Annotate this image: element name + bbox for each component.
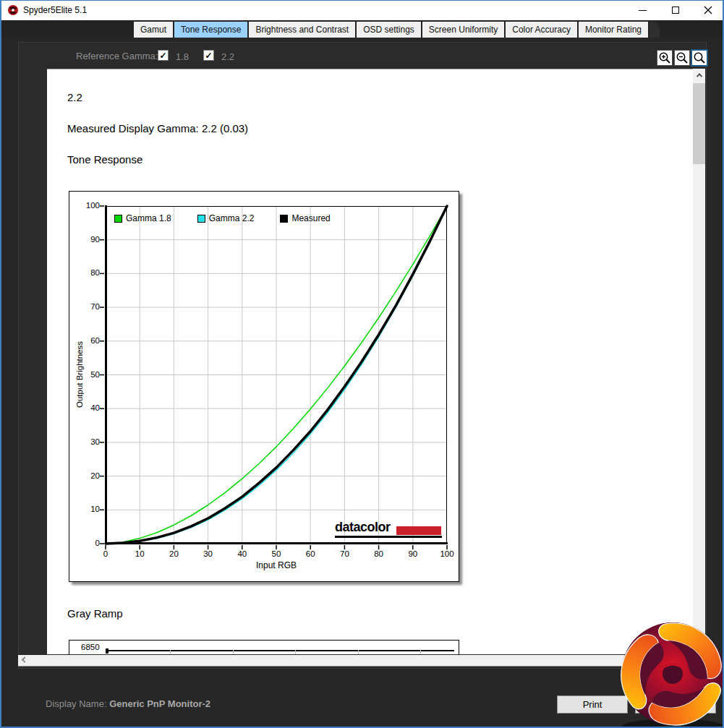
document-page: 2.2 Measured Display Gamma: 2.2 (0.03) T… bbox=[47, 69, 693, 654]
display-name-label: Display Name: bbox=[46, 698, 107, 709]
close-button[interactable] bbox=[691, 0, 724, 20]
gamma-value-text: 2.2 bbox=[67, 91, 82, 103]
x-tick-label: 40 bbox=[231, 549, 254, 558]
zoom-in-icon bbox=[657, 51, 672, 65]
vertical-scrollbar[interactable] bbox=[693, 69, 705, 654]
x-tick-label: 90 bbox=[401, 549, 425, 558]
kitguru-swirl-logo bbox=[611, 613, 724, 728]
minimize-button[interactable] bbox=[626, 0, 659, 20]
reference-gamma-label: Reference Gamma: bbox=[76, 51, 158, 61]
scroll-up-arrow-icon[interactable] bbox=[693, 69, 705, 81]
window-border bbox=[0, 0, 1, 728]
tab-osd-settings[interactable]: OSD settings bbox=[357, 22, 421, 38]
maximize-button[interactable] bbox=[659, 0, 691, 20]
scroll-left-arrow-icon[interactable] bbox=[18, 655, 30, 667]
zoom-out-icon bbox=[675, 51, 689, 65]
legend-swatch bbox=[197, 215, 205, 223]
x-tick-label: 70 bbox=[333, 549, 356, 558]
x-tick-label: 30 bbox=[197, 549, 220, 558]
gray-ramp-gridline bbox=[233, 650, 234, 654]
x-tick-label: 80 bbox=[367, 549, 391, 558]
axis-ticks bbox=[100, 206, 447, 549]
gray-ramp-gridline bbox=[420, 650, 421, 654]
gray-ramp-first-tick: 6850 bbox=[81, 643, 100, 651]
measured-gamma-text: Measured Display Gamma: 2.2 (0.03) bbox=[67, 122, 248, 134]
tab-monitor-rating[interactable]: Monitor Rating bbox=[579, 22, 648, 38]
zoom-select-button[interactable] bbox=[691, 49, 708, 67]
vertical-scrollbar-thumb[interactable] bbox=[693, 83, 705, 164]
tab-bar: GamutTone ResponseBrightness and Contras… bbox=[134, 22, 660, 38]
legend-swatch bbox=[114, 215, 122, 223]
gray-ramp-chart: 6850 bbox=[69, 640, 459, 654]
checkbox-gamma-1-8-label: 1.8 bbox=[176, 51, 189, 62]
tab-color-accuracy[interactable]: Color Accuracy bbox=[506, 22, 577, 38]
tab-screen-uniformity[interactable]: Screen Uniformity bbox=[422, 22, 504, 38]
datacolor-logo-text: datacolor bbox=[335, 520, 391, 535]
y-tick-label: 10 bbox=[77, 505, 100, 513]
y-tick-label: 70 bbox=[77, 302, 100, 311]
y-tick-label: 40 bbox=[77, 403, 100, 412]
legend-label: Gamma 2.2 bbox=[209, 213, 255, 223]
x-tick-label: 0 bbox=[94, 549, 117, 558]
y-tick-label: 30 bbox=[77, 437, 100, 446]
display-name-value: Generic PnP Monitor-2 bbox=[109, 698, 210, 709]
y-tick-label: 0 bbox=[77, 539, 100, 547]
legend-item: Gamma 2.2 bbox=[197, 213, 255, 223]
zoom-out-button[interactable] bbox=[674, 50, 690, 66]
tab-strip-endcap bbox=[650, 22, 660, 38]
tab-strip: GamutTone ResponseBrightness and Contras… bbox=[0, 20, 724, 38]
gray-ramp-axis-line bbox=[108, 650, 454, 651]
gray-ramp-heading: Gray Ramp bbox=[67, 607, 123, 620]
display-name-row: Display Name: Generic PnP Monitor-2 bbox=[46, 698, 210, 709]
x-axis-title: Input RGB bbox=[106, 560, 447, 570]
app-window: Spyder5Elite 5.1 GamutTone ResponseBrigh… bbox=[0, 0, 724, 728]
datacolor-logo-red-bar bbox=[396, 526, 441, 535]
title-bar: Spyder5Elite 5.1 bbox=[0, 0, 724, 20]
y-tick-label: 90 bbox=[77, 235, 100, 244]
plot-area bbox=[106, 206, 447, 544]
checkbox-gamma-1-8[interactable]: ✓ bbox=[158, 50, 169, 61]
checkbox-gamma-2-2[interactable]: ✓ bbox=[203, 50, 214, 61]
x-tick-label: 60 bbox=[299, 549, 322, 558]
tone-response-chart: Output Brightness Input RGB Gamma 1.8Gam… bbox=[69, 191, 459, 582]
y-tick-label: 80 bbox=[77, 268, 100, 277]
horizontal-scrollbar[interactable] bbox=[18, 655, 707, 667]
legend-label: Gamma 1.8 bbox=[126, 213, 171, 223]
y-tick-label: 100 bbox=[77, 201, 100, 210]
y-tick-label: 50 bbox=[77, 370, 100, 379]
x-tick-label: 100 bbox=[435, 549, 459, 558]
x-tick-label: 10 bbox=[128, 549, 151, 558]
window-title: Spyder5Elite 5.1 bbox=[23, 5, 87, 15]
datacolor-logo: datacolor bbox=[335, 519, 442, 538]
app-icon bbox=[7, 4, 19, 16]
y-tick-label: 20 bbox=[77, 471, 100, 480]
y-tick-label: 60 bbox=[77, 336, 100, 345]
tab-brightness-and-contrast[interactable]: Brightness and Contrast bbox=[249, 22, 355, 38]
gray-ramp-gridline bbox=[170, 650, 171, 654]
checkbox-gamma-2-2-label: 2.2 bbox=[221, 51, 234, 62]
chart-legend: Gamma 1.8Gamma 2.2Measured bbox=[114, 213, 331, 223]
magnifier-icon bbox=[692, 51, 707, 65]
gray-ramp-gridline bbox=[295, 650, 296, 654]
legend-item: Measured bbox=[280, 213, 330, 223]
zoom-in-button[interactable] bbox=[657, 50, 673, 66]
close-icon bbox=[704, 6, 712, 14]
x-tick-label: 50 bbox=[265, 549, 288, 558]
x-tick-label: 20 bbox=[162, 549, 185, 558]
gray-ramp-gridline bbox=[358, 650, 359, 654]
grid-lines bbox=[106, 206, 447, 544]
legend-swatch bbox=[280, 215, 288, 223]
legend-label: Measured bbox=[291, 213, 330, 223]
tab-gamut[interactable]: Gamut bbox=[134, 22, 173, 38]
legend-item: Gamma 1.8 bbox=[114, 213, 171, 223]
tone-response-heading: Tone Response bbox=[67, 153, 142, 166]
tab-tone-response[interactable]: Tone Response bbox=[174, 22, 247, 38]
